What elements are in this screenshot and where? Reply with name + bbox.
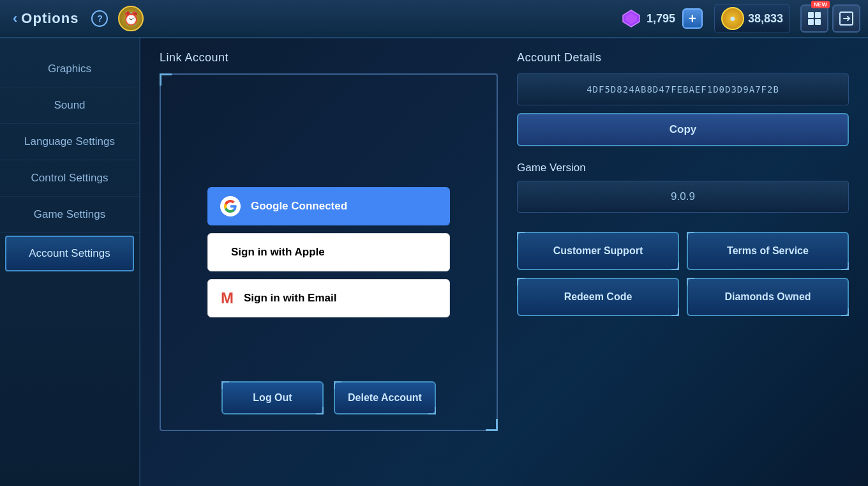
- customer-support-button[interactable]: Customer Support: [517, 232, 679, 270]
- back-button[interactable]: ‹ Options: [8, 8, 84, 29]
- gem-count: 1,795: [647, 12, 678, 26]
- add-gems-button[interactable]: +: [682, 8, 703, 29]
- clock-button[interactable]: ⏰: [118, 6, 144, 31]
- apple-signin-button[interactable]: Sign in with Apple: [207, 233, 450, 271]
- account-details-title: Account Details: [517, 51, 849, 65]
- gem-icon: [620, 7, 643, 30]
- account-details-panel: Account Details 4DF5D824AB8D47FEBAEF1D0D…: [517, 51, 849, 473]
- sidebar-item-sound[interactable]: Sound: [0, 87, 139, 124]
- top-right-icons: NEW: [800, 4, 860, 33]
- coin-icon: ●: [721, 7, 744, 30]
- account-id-box: 4DF5D824AB8D47FEBAEF1D0D3D9A7F2B: [517, 73, 849, 105]
- diamonds-owned-button[interactable]: Diamonds Owned: [687, 278, 849, 316]
- content-area: Link Account Google Connected: [140, 38, 868, 486]
- coin-currency-group: ● 38,833: [714, 4, 790, 33]
- help-button[interactable]: ?: [91, 10, 108, 27]
- svg-rect-4: [808, 19, 814, 25]
- google-connect-button[interactable]: Google Connected: [207, 187, 450, 225]
- gem-currency-group: 1,795 +: [620, 7, 703, 30]
- link-account-title: Link Account: [160, 51, 498, 65]
- svg-rect-5: [815, 19, 821, 25]
- exit-icon-button[interactable]: [832, 4, 860, 33]
- terms-of-service-button[interactable]: Terms of Service: [687, 232, 849, 270]
- email-button-label: Sign in with Email: [244, 292, 336, 305]
- top-bar: ‹ Options ? ⏰ 1,795 + ● 38,833 NEW: [0, 0, 868, 38]
- game-version-value: 9.0.9: [671, 190, 695, 202]
- google-logo-icon: [220, 196, 241, 216]
- game-version-label: Game Version: [517, 162, 849, 174]
- link-account-box: Google Connected Sign in with Apple M Si…: [160, 73, 498, 431]
- grid-buttons: Customer Support Terms of Service Redeem…: [517, 232, 849, 316]
- sidebar: Graphics Sound Language Settings Control…: [0, 38, 140, 486]
- sidebar-item-account[interactable]: Account Settings: [5, 236, 134, 271]
- back-arrow-icon: ‹: [13, 10, 17, 27]
- apple-button-label: Sign in with Apple: [231, 246, 325, 259]
- copy-button[interactable]: Copy: [517, 113, 849, 146]
- svg-rect-3: [815, 12, 821, 18]
- game-version-box: 9.0.9: [517, 181, 849, 213]
- email-signin-button[interactable]: M Sign in with Email: [207, 279, 450, 317]
- svg-rect-2: [808, 12, 814, 18]
- options-title: Options: [21, 10, 79, 27]
- clock-icon: ⏰: [123, 11, 139, 26]
- account-id-value: 4DF5D824AB8D47FEBAEF1D0D3D9A7F2B: [587, 84, 779, 95]
- email-logo-icon: M: [221, 289, 234, 307]
- new-badge: NEW: [811, 1, 830, 8]
- logout-button[interactable]: Log Out: [221, 381, 324, 414]
- grid-icon-button[interactable]: NEW: [800, 4, 828, 33]
- link-account-panel: Link Account Google Connected: [160, 51, 498, 473]
- bottom-action-buttons: Log Out Delete Account: [221, 381, 436, 414]
- google-button-label: Google Connected: [251, 200, 347, 213]
- sidebar-item-language[interactable]: Language Settings: [0, 124, 139, 160]
- sidebar-item-graphics[interactable]: Graphics: [0, 51, 139, 87]
- coin-count: 38,833: [748, 12, 783, 26]
- main-layout: Graphics Sound Language Settings Control…: [0, 38, 868, 486]
- redeem-code-button[interactable]: Redeem Code: [517, 278, 679, 316]
- sidebar-item-control[interactable]: Control Settings: [0, 160, 139, 197]
- delete-account-button[interactable]: Delete Account: [334, 381, 436, 414]
- sidebar-item-game[interactable]: Game Settings: [0, 197, 139, 233]
